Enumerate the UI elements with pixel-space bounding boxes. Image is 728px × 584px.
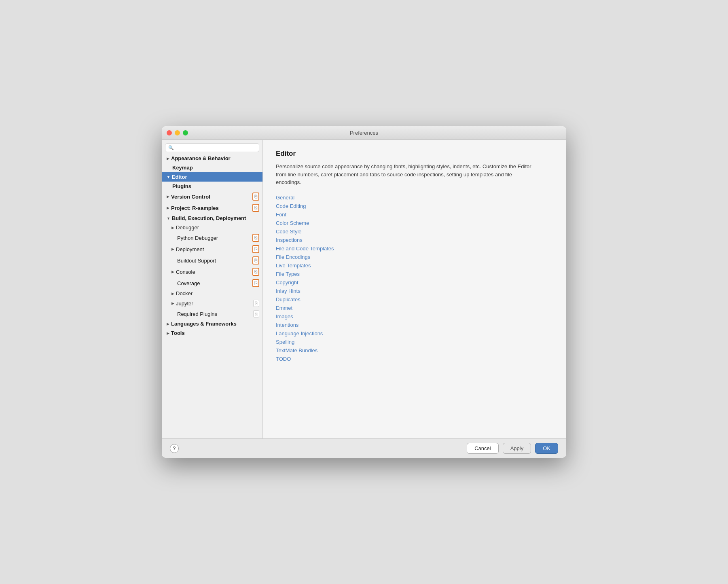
- list-item-textmate-bundles: TextMate Bundles: [276, 347, 553, 353]
- bottom-bar: ? Cancel Apply OK: [162, 438, 566, 458]
- copy-icon[interactable]: ⎘: [253, 310, 259, 317]
- link-file-types[interactable]: File Types: [276, 271, 300, 277]
- sidebar-item-docker[interactable]: Docker: [162, 289, 262, 298]
- sidebar-item-label: Version Control: [171, 194, 210, 200]
- sidebar-item-label: Languages & Frameworks: [171, 321, 237, 327]
- list-item-spelling: Spelling: [276, 339, 553, 345]
- sidebar-item-buildout[interactable]: Buildout Support ⎘: [162, 255, 262, 266]
- sidebar-item-jupyter[interactable]: Jupyter ⎘: [162, 298, 262, 309]
- copy-icon[interactable]: ⎘: [252, 204, 259, 212]
- sidebar: 🔍 Appearance & Behavior Keymap Editor Pl…: [162, 140, 263, 438]
- list-item-duplicates: Duplicates: [276, 296, 553, 303]
- sidebar-item-coverage[interactable]: Coverage ⎘: [162, 277, 262, 289]
- list-item-live-templates: Live Templates: [276, 262, 553, 269]
- section-title: Editor: [276, 150, 553, 158]
- list-item-todo: TODO: [276, 356, 553, 362]
- arrow-icon: [167, 175, 170, 179]
- link-intentions[interactable]: Intentions: [276, 322, 298, 328]
- sidebar-item-label: Deployment: [176, 246, 204, 252]
- bottom-left: ?: [170, 444, 179, 453]
- list-item-intentions: Intentions: [276, 322, 553, 328]
- search-box[interactable]: 🔍: [165, 143, 259, 152]
- link-textmate-bundles[interactable]: TextMate Bundles: [276, 347, 317, 353]
- link-file-encodings[interactable]: File Encodings: [276, 254, 310, 260]
- list-item-font: Font: [276, 212, 553, 218]
- link-live-templates[interactable]: Live Templates: [276, 262, 311, 269]
- title-bar: Preferences: [162, 126, 566, 140]
- apply-button[interactable]: Apply: [503, 443, 531, 454]
- sidebar-item-label: Console: [176, 269, 195, 275]
- bottom-right: Cancel Apply OK: [467, 443, 558, 454]
- list-item-inlay-hints: Inlay Hints: [276, 288, 553, 294]
- link-color-scheme[interactable]: Color Scheme: [276, 220, 309, 226]
- search-input[interactable]: [176, 145, 256, 150]
- link-font[interactable]: Font: [276, 212, 286, 218]
- window-title: Preferences: [350, 130, 378, 136]
- sidebar-item-plugins[interactable]: Plugins: [162, 182, 262, 191]
- arrow-icon: [171, 292, 174, 296]
- maximize-button[interactable]: [183, 130, 188, 135]
- arrow-icon: [167, 331, 169, 335]
- sidebar-item-keymap[interactable]: Keymap: [162, 163, 262, 172]
- sidebar-item-python-debugger[interactable]: Python Debugger ⎘: [162, 232, 262, 243]
- copy-icon[interactable]: ⎘: [252, 193, 259, 201]
- sidebar-item-editor[interactable]: Editor: [162, 172, 262, 182]
- copy-icon[interactable]: ⎘: [252, 268, 259, 276]
- sidebar-item-label: Build, Execution, Deployment: [172, 215, 246, 221]
- minimize-button[interactable]: [175, 130, 180, 135]
- arrow-icon: [171, 247, 174, 251]
- link-inspections[interactable]: Inspections: [276, 237, 303, 243]
- list-item-file-code-templates: File and Code Templates: [276, 245, 553, 252]
- window-controls: [167, 130, 188, 135]
- link-code-editing[interactable]: Code Editing: [276, 203, 306, 209]
- list-item-color-scheme: Color Scheme: [276, 220, 553, 226]
- editor-links: General Code Editing Font Color Scheme C…: [276, 195, 553, 362]
- close-button[interactable]: [167, 130, 172, 135]
- list-item-general: General: [276, 195, 553, 201]
- help-button[interactable]: ?: [170, 444, 179, 453]
- link-todo[interactable]: TODO: [276, 356, 291, 362]
- sidebar-item-label: Tools: [171, 330, 185, 336]
- sidebar-item-label: Coverage: [171, 280, 200, 286]
- list-item-file-types: File Types: [276, 271, 553, 277]
- main-panel: Editor Personalize source code appearanc…: [263, 140, 566, 438]
- link-file-code-templates[interactable]: File and Code Templates: [276, 245, 334, 252]
- copy-icon[interactable]: ⎘: [252, 256, 259, 264]
- sidebar-item-project[interactable]: Project: R-samples ⎘: [162, 202, 262, 214]
- sidebar-item-label: Keymap: [167, 165, 193, 171]
- copy-icon[interactable]: ⎘: [252, 279, 259, 287]
- sidebar-item-label: Plugins: [167, 183, 191, 189]
- cancel-button[interactable]: Cancel: [467, 443, 498, 454]
- arrow-icon: [167, 216, 170, 220]
- sidebar-item-deployment[interactable]: Deployment ⎘: [162, 243, 262, 255]
- sidebar-item-required-plugins[interactable]: Required Plugins ⎘: [162, 309, 262, 319]
- sidebar-item-debugger[interactable]: Debugger: [162, 223, 262, 232]
- link-emmet[interactable]: Emmet: [276, 305, 292, 311]
- copy-icon[interactable]: ⎘: [252, 234, 259, 242]
- link-language-injections[interactable]: Language Injections: [276, 330, 323, 336]
- link-code-style[interactable]: Code Style: [276, 229, 302, 235]
- link-spelling[interactable]: Spelling: [276, 339, 294, 345]
- sidebar-item-version-control[interactable]: Version Control ⎘: [162, 191, 262, 202]
- sidebar-item-languages[interactable]: Languages & Frameworks: [162, 319, 262, 328]
- list-item-code-style: Code Style: [276, 229, 553, 235]
- copy-icon[interactable]: ⎘: [253, 300, 259, 307]
- link-copyright[interactable]: Copyright: [276, 279, 298, 286]
- list-item-emmet: Emmet: [276, 305, 553, 311]
- sidebar-item-console[interactable]: Console ⎘: [162, 266, 262, 277]
- sidebar-item-build[interactable]: Build, Execution, Deployment: [162, 214, 262, 223]
- sidebar-item-label: Python Debugger: [171, 235, 218, 241]
- link-images[interactable]: Images: [276, 313, 293, 320]
- sidebar-item-label: Docker: [176, 290, 193, 296]
- list-item-language-injections: Language Injections: [276, 330, 553, 336]
- link-inlay-hints[interactable]: Inlay Hints: [276, 288, 301, 294]
- link-general[interactable]: General: [276, 195, 294, 201]
- copy-icon[interactable]: ⎘: [252, 245, 259, 253]
- arrow-icon: [167, 206, 169, 210]
- sidebar-item-appearance[interactable]: Appearance & Behavior: [162, 154, 262, 163]
- ok-button[interactable]: OK: [535, 443, 558, 454]
- link-duplicates[interactable]: Duplicates: [276, 296, 301, 303]
- sidebar-item-tools[interactable]: Tools: [162, 328, 262, 338]
- sidebar-item-label: Appearance & Behavior: [171, 155, 231, 161]
- content-area: 🔍 Appearance & Behavior Keymap Editor Pl…: [162, 140, 566, 438]
